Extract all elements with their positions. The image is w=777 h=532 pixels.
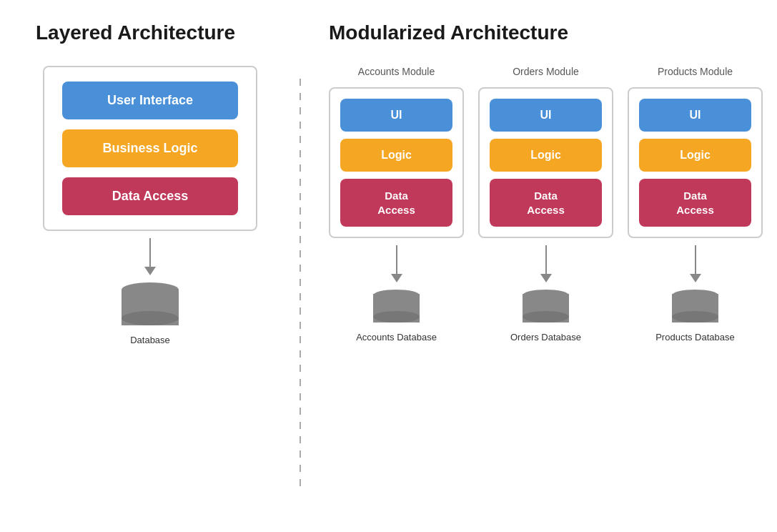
arrow-line (545, 245, 547, 274)
accounts-module-column: Accounts Module UI Logic DataAccess (329, 66, 464, 343)
left-title: Layered Architecture (14, 21, 235, 44)
arrow-head (690, 274, 701, 282)
accounts-arrow (391, 245, 402, 282)
orders-db-cylinder (523, 290, 569, 322)
data-access-block: Data Access (62, 177, 238, 215)
products-logic-block: Logic (639, 139, 751, 172)
products-module-column: Products Module UI Logic DataAccess (628, 66, 763, 343)
orders-ui-block: UI (490, 99, 602, 132)
database-label: Database (130, 335, 170, 345)
left-arrow (144, 238, 156, 275)
orders-module-title: Orders Module (513, 66, 579, 77)
accounts-data-block: DataAccess (340, 179, 452, 227)
db-body (373, 294, 420, 322)
products-module-title: Products Module (658, 66, 733, 77)
accounts-logic-block: Logic (340, 139, 452, 172)
modules-container: Accounts Module UI Logic DataAccess (329, 66, 763, 343)
products-db-label: Products Database (655, 332, 735, 343)
db-body (672, 294, 718, 322)
products-module-box: UI Logic DataAccess (628, 87, 763, 238)
accounts-module-title: Accounts Module (358, 66, 435, 77)
orders-db: Orders Database (510, 290, 581, 343)
accounts-db-label: Accounts Database (356, 332, 437, 343)
section-divider (286, 21, 315, 511)
business-logic-block: Business Logic (62, 129, 238, 167)
orders-module-column: Orders Module UI Logic DataAccess (478, 66, 613, 343)
orders-data-block: DataAccess (490, 179, 602, 227)
main-container: Layered Architecture User Interface Busi… (0, 0, 777, 532)
db-body (122, 290, 179, 325)
dashed-divider-line (300, 79, 301, 493)
orders-module-box: UI Logic DataAccess (478, 87, 613, 238)
products-db: Products Database (655, 290, 735, 343)
orders-db-label: Orders Database (510, 332, 581, 343)
arrow-head (391, 274, 402, 282)
arrow-line (695, 245, 696, 274)
products-data-block: DataAccess (639, 179, 751, 227)
products-db-cylinder (672, 290, 718, 322)
right-title: Modularized Architecture (329, 21, 568, 44)
products-ui-block: UI (639, 99, 751, 132)
accounts-ui-block: UI (340, 99, 452, 132)
orders-logic-block: Logic (490, 139, 602, 172)
orders-arrow (540, 245, 552, 282)
layered-box: User Interface Business Logic Data Acces… (43, 66, 257, 231)
database-cylinder (122, 282, 179, 325)
user-interface-block: User Interface (62, 82, 238, 119)
accounts-db: Accounts Database (356, 290, 437, 343)
accounts-db-cylinder (373, 290, 420, 322)
right-section: Modularized Architecture Accounts Module… (315, 21, 763, 511)
db-body (523, 294, 569, 322)
arrow-line (396, 245, 397, 274)
products-arrow (690, 245, 701, 282)
arrow-head (144, 267, 156, 275)
accounts-module-box: UI Logic DataAccess (329, 87, 464, 238)
arrow-head (540, 274, 552, 282)
arrow-line (149, 238, 151, 267)
left-database: Database (122, 282, 179, 345)
left-section: Layered Architecture User Interface Busi… (14, 21, 286, 511)
